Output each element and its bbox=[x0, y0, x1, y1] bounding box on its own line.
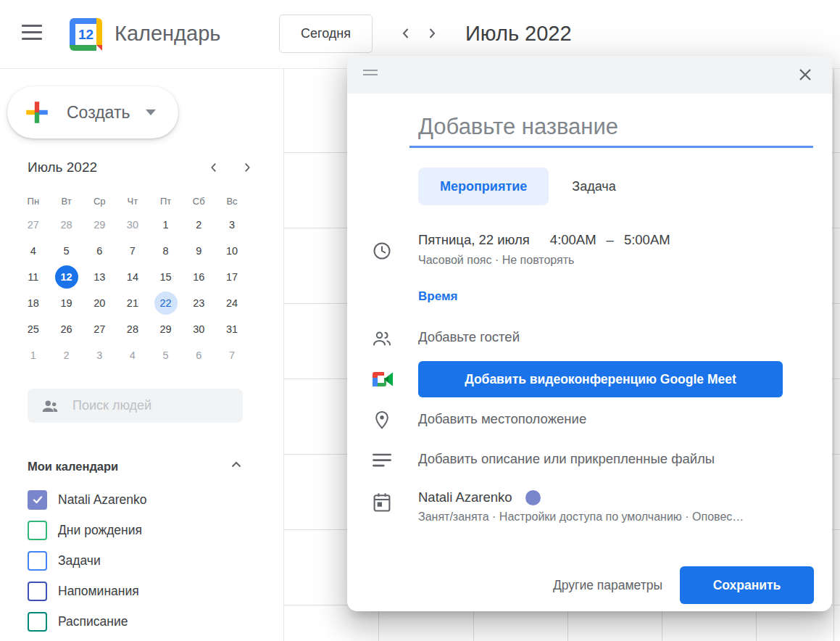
sidebar: Создать Июль 2022 ПнВтСрЧтПтСбВс27282930… bbox=[0, 68, 284, 641]
mini-cal-day[interactable]: 12 bbox=[50, 264, 83, 290]
mini-cal-day[interactable]: 28 bbox=[50, 212, 83, 238]
weekday-header: Вт bbox=[50, 190, 83, 212]
hamburger-menu-icon[interactable] bbox=[22, 25, 42, 42]
mini-cal-day[interactable]: 13 bbox=[83, 264, 116, 290]
calendar-checkbox[interactable] bbox=[28, 612, 47, 632]
mini-cal-day[interactable]: 9 bbox=[182, 238, 215, 264]
mini-cal-day[interactable]: 31 bbox=[215, 316, 249, 342]
current-month-title: Июль 2022 bbox=[465, 22, 572, 46]
mini-cal-day[interactable]: 26 bbox=[50, 316, 83, 342]
calendar-logo: 12 bbox=[70, 18, 102, 51]
mini-cal-prev-icon[interactable] bbox=[207, 160, 221, 175]
mini-cal-day[interactable]: 19 bbox=[50, 290, 83, 316]
mini-cal-day[interactable]: 7 bbox=[215, 342, 249, 368]
mini-cal-day[interactable]: 16 bbox=[182, 264, 215, 290]
close-icon[interactable] bbox=[796, 65, 815, 84]
mini-cal-day[interactable]: 3 bbox=[83, 342, 116, 368]
add-description-field[interactable]: Добавить описание или прикрепленные файл… bbox=[418, 451, 715, 467]
my-calendars-header[interactable]: Мои календари bbox=[28, 458, 243, 474]
calendar-label: Расписание bbox=[58, 614, 128, 629]
calendar-checkbox[interactable] bbox=[28, 582, 47, 601]
calendar-list-item[interactable]: Natali Azarenko bbox=[28, 484, 269, 515]
mini-cal-day[interactable]: 28 bbox=[116, 316, 149, 342]
mini-cal-day[interactable]: 25 bbox=[17, 316, 50, 342]
event-date: Пятница, 22 июля bbox=[418, 232, 530, 248]
mini-cal-day[interactable]: 30 bbox=[182, 316, 215, 342]
weekday-header: Чт bbox=[116, 190, 149, 212]
calendar-label: Напоминания bbox=[58, 584, 139, 599]
mini-cal-day[interactable]: 15 bbox=[149, 264, 183, 290]
chevron-left-icon[interactable] bbox=[396, 23, 416, 44]
description-icon bbox=[372, 452, 392, 469]
calendar-list-item[interactable]: Дни рождения bbox=[28, 515, 269, 545]
calendar-list-item[interactable]: Напоминания bbox=[28, 576, 269, 606]
mini-cal-next-icon[interactable] bbox=[240, 160, 254, 175]
weekday-header: Сб bbox=[182, 190, 215, 212]
event-time-summary[interactable]: Пятница, 22 июля 4:00AM – 5:00AM bbox=[418, 232, 670, 248]
mini-cal-day[interactable]: 2 bbox=[50, 342, 83, 368]
tab-task[interactable]: Задача bbox=[554, 168, 633, 205]
mini-cal-day[interactable]: 6 bbox=[83, 238, 116, 264]
people-search-box[interactable] bbox=[28, 389, 243, 423]
mini-cal-day[interactable]: 5 bbox=[149, 342, 183, 368]
weekday-header: Ср bbox=[83, 190, 116, 212]
add-location-field[interactable]: Добавить местоположение bbox=[418, 411, 586, 427]
mini-calendar-month-label: Июль 2022 bbox=[28, 160, 97, 175]
mini-cal-day[interactable]: 11 bbox=[17, 264, 50, 290]
mini-cal-day[interactable]: 1 bbox=[149, 212, 183, 238]
mini-cal-day[interactable]: 14 bbox=[116, 264, 149, 290]
mini-cal-day[interactable]: 29 bbox=[149, 316, 183, 342]
mini-cal-day[interactable]: 1 bbox=[17, 342, 50, 368]
time-separator: – bbox=[607, 232, 614, 248]
mini-cal-day[interactable]: 8 bbox=[149, 238, 183, 264]
mini-cal-day[interactable]: 22 bbox=[149, 290, 183, 316]
people-search-icon bbox=[41, 397, 59, 415]
mini-cal-day[interactable]: 27 bbox=[83, 316, 116, 342]
add-meet-button[interactable]: Добавить видеоконференцию Google Meet bbox=[418, 361, 783, 397]
mini-cal-day[interactable]: 20 bbox=[83, 290, 116, 316]
mini-cal-day[interactable]: 10 bbox=[215, 238, 249, 264]
calendar-checkbox[interactable] bbox=[28, 551, 47, 571]
calendar-label: Natali Azarenko bbox=[58, 492, 147, 508]
drag-handle[interactable] bbox=[363, 70, 378, 77]
add-guests-field[interactable]: Добавьте гостей bbox=[418, 329, 520, 345]
calendar-list-item[interactable]: Расписание bbox=[28, 606, 269, 637]
today-button[interactable]: Сегодня bbox=[279, 15, 373, 53]
mini-cal-day[interactable]: 21 bbox=[116, 290, 149, 316]
grid-line bbox=[833, 68, 834, 641]
calendar-label: Задачи bbox=[58, 553, 101, 568]
mini-calendar-grid: ПнВтСрЧтПтСбВс27282930123456789101112131… bbox=[17, 190, 249, 368]
chevron-right-icon[interactable] bbox=[422, 23, 442, 44]
mini-cal-day[interactable]: 7 bbox=[116, 238, 149, 264]
google-calendar-app: 12 Календарь Сегодня Июль 2022 Создать И… bbox=[0, 0, 840, 641]
event-title-input[interactable] bbox=[409, 114, 813, 148]
more-options-button[interactable]: Другие параметры bbox=[553, 578, 662, 593]
mini-cal-day[interactable]: 6 bbox=[182, 342, 215, 368]
mini-cal-day[interactable]: 3 bbox=[215, 212, 249, 238]
create-button[interactable]: Создать bbox=[7, 86, 178, 138]
save-button[interactable]: Сохранить bbox=[680, 566, 814, 604]
calendar-owner-row[interactable]: Natali Azarenko bbox=[418, 489, 541, 505]
event-create-dialog: Мероприятие Задача Пятница, 22 июля 4:00… bbox=[347, 56, 832, 611]
mini-cal-day[interactable]: 5 bbox=[50, 238, 83, 264]
calendar-checkbox[interactable] bbox=[28, 521, 47, 540]
mini-cal-day[interactable]: 30 bbox=[116, 212, 149, 238]
time-link[interactable]: Время bbox=[418, 289, 457, 304]
tab-event[interactable]: Мероприятие bbox=[418, 168, 549, 205]
mini-cal-day[interactable]: 4 bbox=[116, 342, 149, 368]
calendar-checkbox[interactable] bbox=[28, 490, 47, 510]
chevron-up-icon[interactable] bbox=[230, 458, 243, 474]
mini-cal-day[interactable]: 2 bbox=[182, 212, 215, 238]
mini-cal-day[interactable]: 4 bbox=[17, 238, 50, 264]
mini-cal-day[interactable]: 29 bbox=[83, 212, 116, 238]
mini-cal-day[interactable]: 24 bbox=[215, 290, 249, 316]
calendar-label: Дни рождения bbox=[58, 523, 142, 538]
mini-cal-day[interactable]: 23 bbox=[182, 290, 215, 316]
dialog-header bbox=[347, 56, 832, 94]
weekday-header: Вс bbox=[215, 190, 249, 212]
mini-cal-day[interactable]: 17 bbox=[215, 264, 249, 290]
people-search-input[interactable] bbox=[71, 397, 219, 414]
mini-cal-day[interactable]: 27 bbox=[17, 212, 50, 238]
mini-cal-day[interactable]: 18 bbox=[17, 290, 50, 316]
calendar-list-item[interactable]: Задачи bbox=[28, 545, 269, 576]
